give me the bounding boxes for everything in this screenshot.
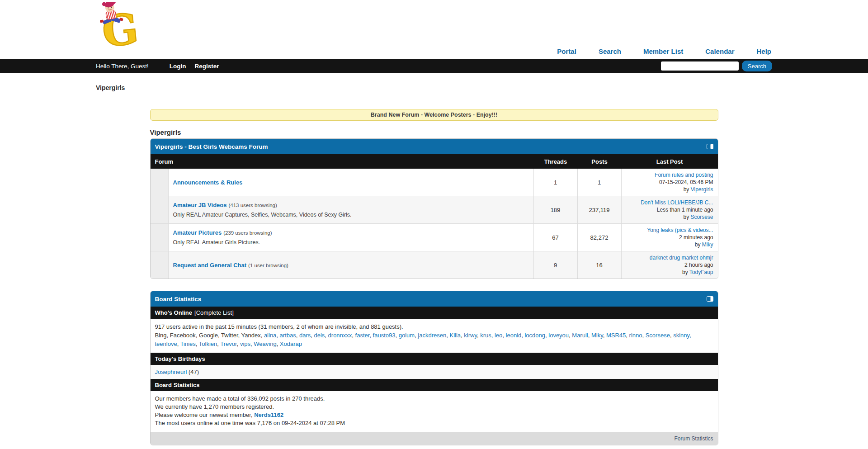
- stats-newest-pre: Please welcome our newest member,: [155, 411, 255, 418]
- threads-count: 1: [534, 169, 578, 196]
- forum-link[interactable]: Request and General Chat: [173, 262, 247, 269]
- online-member-link[interactable]: Tolkien: [199, 340, 217, 347]
- last-post-author: by Vipergirls: [626, 186, 713, 193]
- nav-search[interactable]: Search: [599, 47, 621, 55]
- last-post-title-link[interactable]: Don't Miss LOLI/HEBE/JB C...: [626, 199, 713, 206]
- forum-table-title: Vipergirls - Best Girls Webcams Forum: [155, 143, 268, 150]
- last-post-user-link[interactable]: TodyFaup: [689, 269, 713, 275]
- posts-count: 82,272: [578, 224, 622, 251]
- forum-link[interactable]: Amateur JB Videos: [173, 202, 227, 208]
- online-member-link[interactable]: dronnxxx: [328, 332, 352, 339]
- collapse-icon[interactable]: [707, 296, 713, 302]
- last-post-time: 07-15-2024, 05:46 PM: [626, 179, 713, 185]
- newest-member-link[interactable]: Nerds1162: [254, 411, 283, 418]
- site-logo[interactable]: G: [94, 2, 147, 48]
- online-member-link[interactable]: artbas: [280, 332, 296, 339]
- online-member-link[interactable]: skinny: [673, 332, 689, 339]
- column-posts: Posts: [578, 158, 622, 165]
- category-title: Vipergirls: [150, 128, 718, 136]
- last-post-title-link[interactable]: Forum rules and posting: [626, 172, 713, 178]
- online-member-link[interactable]: Trevor: [220, 340, 236, 347]
- last-post-title-link[interactable]: Yong leaks (pics & videos...: [626, 227, 713, 233]
- forum-link[interactable]: Amateur Pictures: [173, 229, 222, 236]
- online-member-link[interactable]: leo: [495, 332, 502, 339]
- forum-link[interactable]: Announcements & Rules: [173, 179, 243, 186]
- online-member-link[interactable]: kirwy: [464, 332, 477, 339]
- board-statistics-header: Board Statistics: [151, 291, 718, 307]
- online-member-link[interactable]: vips: [240, 340, 250, 347]
- search-input[interactable]: [661, 61, 739, 71]
- online-member-link[interactable]: dars: [299, 332, 311, 339]
- online-member-link[interactable]: Marull: [572, 332, 588, 339]
- last-post-cell: darknet drug market ohmjr2 hours agoby T…: [622, 251, 718, 279]
- whos-online-label: Who's Online: [155, 309, 193, 316]
- collapse-icon[interactable]: [707, 144, 713, 149]
- last-post-cell: Forum rules and posting07-15-2024, 05:46…: [622, 169, 718, 196]
- online-member-link[interactable]: Xodarap: [280, 340, 302, 347]
- online-member-link[interactable]: MSR45: [606, 332, 626, 339]
- posts-count: 16: [578, 251, 622, 279]
- last-post-time: 2 minutes ago: [626, 234, 713, 241]
- online-member-link[interactable]: jackdresen: [418, 332, 446, 339]
- posts-count: 1: [578, 169, 622, 196]
- online-member-link[interactable]: Scorsese: [646, 332, 670, 339]
- last-post-user-link[interactable]: Scorsese: [690, 214, 713, 220]
- online-member-link[interactable]: teenlove: [155, 340, 177, 347]
- nav-member-list[interactable]: Member List: [643, 47, 683, 55]
- birthday-age: (47): [189, 369, 199, 375]
- online-summary: 917 users active in the past 15 minutes …: [155, 322, 713, 331]
- site-header: G PortalSearchMember ListCalendarHelp: [0, 0, 868, 59]
- threads-count: 67: [534, 224, 578, 251]
- forum-column-headers: Forum Threads Posts Last Post: [151, 154, 718, 169]
- forum-statistics-link[interactable]: Forum Statistics: [674, 435, 713, 442]
- online-member-link[interactable]: Weaving: [254, 340, 276, 347]
- forum-description: Only REAL Amateur Girls Pictures.: [173, 239, 529, 246]
- forum-status-icon: [151, 196, 169, 223]
- forum-main-cell: Amateur JB Videos(413 users browsing)Onl…: [169, 196, 534, 223]
- whos-online-block: 917 users active in the past 15 minutes …: [151, 319, 718, 353]
- online-member-link[interactable]: fausto93: [373, 332, 396, 339]
- online-member-link[interactable]: golum: [399, 332, 415, 339]
- greeting-text: Hello There, Guest!: [96, 63, 149, 70]
- nav-help[interactable]: Help: [756, 47, 771, 55]
- breadcrumb[interactable]: Vipergirls: [0, 84, 868, 91]
- board-statistics-title: Board Statistics: [155, 296, 202, 302]
- search-button[interactable]: Search: [742, 61, 772, 71]
- online-member-link[interactable]: Killa: [449, 332, 461, 339]
- online-member-link[interactable]: Miky: [591, 332, 603, 339]
- last-post-user-link[interactable]: Miky: [702, 241, 713, 248]
- last-post-cell: Yong leaks (pics & videos...2 minutes ag…: [622, 224, 718, 251]
- online-member-link[interactable]: alina: [264, 332, 276, 339]
- last-post-time: 2 hours ago: [626, 262, 713, 268]
- nav-portal[interactable]: Portal: [557, 47, 576, 55]
- last-post-user-link[interactable]: Vipergirls: [691, 186, 713, 193]
- online-member-link[interactable]: deis: [314, 332, 325, 339]
- stats-bar: Board Statistics: [151, 379, 718, 391]
- forum-row: Request and General Chat(1 user browsing…: [151, 251, 718, 279]
- nav-calendar[interactable]: Calendar: [705, 47, 734, 55]
- online-member-link[interactable]: locdong: [524, 332, 545, 339]
- forum-status-icon: [151, 251, 169, 279]
- last-post-title-link[interactable]: darknet drug market ohmjr: [626, 255, 713, 261]
- last-post-author: by Miky: [626, 241, 713, 248]
- online-names: Bing, Facebook, Google, Twitter, Yandex,…: [155, 331, 713, 348]
- online-member-link[interactable]: leonid: [506, 332, 522, 339]
- stats-members-line: We currently have 1,270 members register…: [155, 403, 713, 411]
- online-member-link[interactable]: faster: [355, 332, 370, 339]
- login-link[interactable]: Login: [170, 63, 186, 70]
- forum-main-cell: Amateur Pictures(239 users browsing)Only…: [169, 224, 534, 251]
- register-link[interactable]: Register: [195, 63, 219, 70]
- stats-most-online-line: The most users online at one time was 7,…: [155, 419, 713, 427]
- birthday-user-link[interactable]: Josephneurl: [155, 369, 187, 375]
- online-member-link[interactable]: Tinies: [180, 340, 196, 347]
- online-member-link[interactable]: rinno: [629, 332, 642, 339]
- forum-row: Amateur JB Videos(413 users browsing)Onl…: [151, 196, 718, 223]
- online-guests: Bing, Facebook, Google, Twitter, Yandex,: [155, 332, 264, 339]
- last-post-author: by Scorsese: [626, 214, 713, 220]
- stats-posts-line: Our members have made a total of 336,092…: [155, 395, 713, 403]
- forum-status-icon: [151, 224, 169, 251]
- online-member-link[interactable]: loveyou: [548, 332, 569, 339]
- online-member-link[interactable]: krus: [480, 332, 491, 339]
- complete-list-link[interactable]: [Complete List]: [194, 309, 234, 316]
- birthdays-label: Today's Birthdays: [155, 355, 205, 362]
